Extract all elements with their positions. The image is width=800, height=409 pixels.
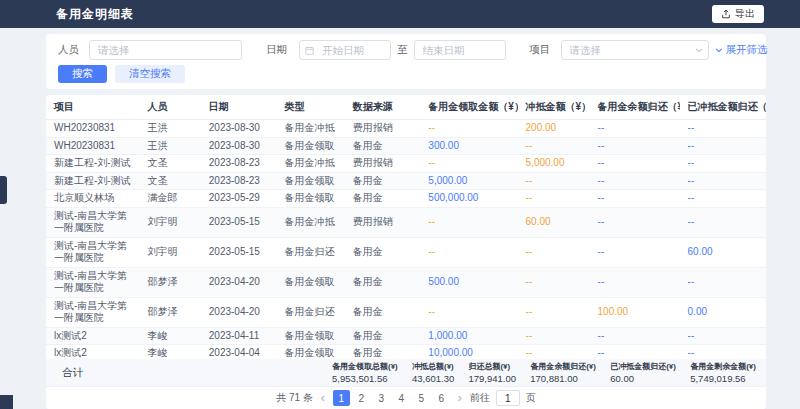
cell-amount: -- [590, 267, 680, 297]
cell-amount: -- [680, 137, 766, 155]
export-button[interactable]: 导出 [712, 5, 764, 23]
cell-amount: -- [420, 297, 517, 327]
project-filter-label: 项目 [530, 43, 551, 57]
table-row[interactable]: 测试-南昌大学第一附属医院刘宇明2023-05-15备用金冲抵费用报销--60.… [46, 207, 766, 237]
cell-amount: -- [518, 297, 590, 327]
cell-date: 2023-04-11 [201, 327, 277, 345]
search-button[interactable]: 搜索 [58, 65, 107, 83]
cell-project: 北京顺义林场 [46, 190, 140, 208]
cell-date: 2023-08-30 [201, 137, 277, 155]
summary-item-label: 已冲抵金额归还(¥) [610, 361, 676, 372]
cell-person: 王洪 [140, 120, 201, 137]
cell-source: 备用金 [345, 172, 421, 190]
cell-amount: -- [590, 327, 680, 345]
table-body-viewport[interactable]: WH20230831王洪2023-08-30备用金冲抵费用报销--200.00-… [46, 120, 766, 359]
project-select[interactable] [561, 40, 709, 60]
cell-type: 备用金领取 [276, 190, 344, 208]
cell-amount: -- [680, 327, 766, 345]
prev-page-button[interactable]: ‹ [319, 391, 327, 405]
page-button[interactable]: 5 [413, 390, 430, 406]
table-row[interactable]: 测试-南昌大学第一附属医院刘宇明2023-05-15备用金归还备用金------… [46, 237, 766, 267]
page-button[interactable]: 6 [433, 390, 450, 406]
pagination-bar: 共 71 条 ‹ 123456 › 前往 页 [46, 387, 766, 409]
sidebar-collapse-handle[interactable] [0, 176, 7, 204]
table-row[interactable]: 测试-南昌大学第一附属医院邵梦泽2023-04-20备用金归还备用金----10… [46, 297, 766, 327]
summary-item: 备用金余额归还(¥)170,881.00 [530, 361, 596, 384]
next-page-button[interactable]: › [456, 391, 464, 405]
table-row[interactable]: 新建工程-刘-测试文圣2023-08-23备用金领取备用金5,000.00---… [46, 172, 766, 190]
cell-type: 备用金冲抵 [276, 120, 344, 137]
table-row[interactable]: WH20230831王洪2023-08-30备用金冲抵费用报销--200.00-… [46, 120, 766, 137]
page-button[interactable]: 2 [353, 390, 370, 406]
cell-date: 2023-08-23 [201, 155, 277, 173]
cell-project: lx测试2 [46, 345, 140, 360]
column-header: 项目 [46, 95, 140, 120]
cell-amount: -- [518, 345, 590, 360]
cell-amount: -- [518, 267, 590, 297]
cell-person: 邵梦泽 [140, 297, 201, 327]
cell-amount: 0.00 [680, 297, 766, 327]
table-row[interactable]: 北京顺义林场满金郎2023-05-29备用金领取备用金500,000.00---… [46, 190, 766, 208]
cell-amount: -- [518, 172, 590, 190]
export-icon [721, 9, 731, 19]
export-label: 导出 [735, 7, 755, 21]
cell-date: 2023-04-20 [201, 297, 277, 327]
page-header: 备用金明细表 导出 [0, 0, 800, 28]
cell-amount: -- [680, 172, 766, 190]
table-row[interactable]: 测试-南昌大学第一附属医院邵梦泽2023-04-20备用金领取备用金500.00… [46, 267, 766, 297]
expand-filters-label: 展开筛选 [726, 43, 768, 57]
cell-project: WH20230831 [46, 137, 140, 155]
cell-date: 2023-05-15 [201, 237, 277, 267]
cell-amount: 500.00 [420, 267, 517, 297]
table-row[interactable]: 新建工程-刘-测试文圣2023-08-23备用金冲抵费用报销--5,000.00… [46, 155, 766, 173]
data-table-panel: 项目人员日期类型数据来源备用金领取金额（¥）冲抵金额（¥）备用金余额归还（¥）已… [46, 95, 766, 409]
cell-project: 新建工程-刘-测试 [46, 155, 140, 173]
page-title: 备用金明细表 [56, 6, 134, 23]
cell-amount: -- [680, 155, 766, 173]
cell-amount: -- [590, 155, 680, 173]
chevron-down-icon [695, 46, 703, 54]
end-date-input[interactable] [414, 40, 506, 60]
table-row[interactable]: lx测试2李峻2023-04-11备用金领取备用金1,000.00------ [46, 327, 766, 345]
date-range-picker: 至 [299, 40, 506, 60]
clear-search-button[interactable]: 清空搜索 [115, 65, 185, 83]
cell-amount: -- [590, 207, 680, 237]
goto-page-input[interactable] [496, 390, 520, 406]
cell-amount: -- [420, 237, 517, 267]
cell-project: lx测试2 [46, 327, 140, 345]
page-button[interactable]: 1 [333, 390, 350, 406]
table-body-table: WH20230831王洪2023-08-30备用金冲抵费用报销--200.00-… [46, 120, 766, 359]
table-row[interactable]: lx测试2李峻2023-04-04备用金领取备用金10,000.00------ [46, 345, 766, 360]
cell-person: 王洪 [140, 137, 201, 155]
cell-source: 备用金 [345, 190, 421, 208]
cell-amount: 60.00 [680, 237, 766, 267]
column-header: 日期 [201, 95, 277, 120]
cell-amount: 200.00 [518, 120, 590, 137]
page-button[interactable]: 3 [373, 390, 390, 406]
cell-person: 邵梦泽 [140, 267, 201, 297]
cell-amount: -- [590, 137, 680, 155]
cell-project: 测试-南昌大学第一附属医院 [46, 297, 140, 327]
date-to-label: 至 [395, 43, 410, 57]
cell-amount: -- [680, 207, 766, 237]
cell-source: 备用金 [345, 237, 421, 267]
summary-item-value: 60.00 [610, 373, 676, 384]
cell-amount: 60.00 [518, 207, 590, 237]
summary-item: 备用金领取总额(¥)5,953,501.56 [332, 361, 398, 384]
summary-item-label: 备用金余额归还(¥) [530, 361, 596, 372]
summary-item-value: 170,881.00 [530, 373, 596, 384]
project-select-input[interactable] [561, 40, 709, 60]
column-header: 备用金余额归还（¥） [590, 95, 680, 120]
column-header: 数据来源 [345, 95, 421, 120]
table-row[interactable]: WH20230831王洪2023-08-30备用金领取备用金300.00----… [46, 137, 766, 155]
page-button[interactable]: 4 [393, 390, 410, 406]
summary-item-value: 5,749,019.56 [690, 373, 756, 384]
summary-label: 合计 [62, 366, 83, 380]
person-select[interactable] [89, 40, 242, 60]
expand-filters-link[interactable]: 展开筛选 [715, 43, 768, 57]
cell-amount: 5,000.00 [420, 172, 517, 190]
cell-amount: -- [590, 190, 680, 208]
cell-amount: -- [590, 345, 680, 360]
filter-panel: 人员 日期 至 项目 [46, 34, 766, 89]
summary-item-value: 43,601.30 [412, 373, 454, 384]
